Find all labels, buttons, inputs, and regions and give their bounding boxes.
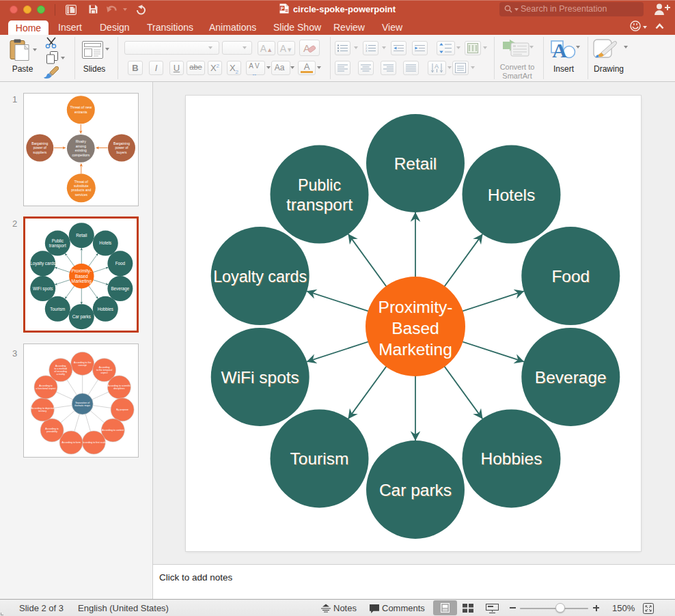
svg-text:disciplines: disciplines	[113, 387, 124, 390]
svg-text:territory: territory	[38, 410, 46, 412]
svg-text:Marketing: Marketing	[378, 340, 452, 359]
svg-text:Bargaining: Bargaining	[31, 141, 48, 145]
svg-text:Retail: Retail	[394, 154, 437, 173]
svg-text:transport: transport	[49, 243, 66, 249]
svg-text:Tourism: Tourism	[50, 307, 65, 311]
svg-text:aspect: aspect	[100, 372, 107, 374]
svg-text:Food: Food	[115, 261, 126, 266]
svg-text:power of: power of	[33, 145, 47, 150]
svg-text:Loyalty cards: Loyalty cards	[30, 261, 55, 266]
svg-text:a reality: a reality	[57, 373, 66, 376]
svg-text:Beverage: Beverage	[111, 286, 129, 292]
svg-text:Car parks: Car parks	[379, 481, 452, 499]
svg-text:Car parks: Car parks	[72, 314, 91, 320]
svg-text:among: among	[76, 144, 87, 148]
svg-text:power of: power of	[115, 145, 128, 150]
svg-text:competitors: competitors	[72, 153, 89, 157]
svg-text:suppliers: suppliers	[33, 150, 47, 154]
svg-text:According to content: According to content	[102, 429, 124, 432]
svg-text:Loyalty cards: Loyalty cards	[213, 267, 307, 285]
svg-text:WiFi spots: WiFi spots	[221, 368, 299, 387]
svg-text:According to first scale: According to first scale	[82, 441, 106, 444]
svg-text:By purpose: By purpose	[116, 408, 128, 411]
svg-text:existing: existing	[75, 148, 87, 152]
svg-text:buyers: buyers	[116, 150, 127, 154]
svg-text:Based: Based	[75, 274, 88, 279]
svg-text:entrants: entrants	[74, 110, 87, 114]
svg-text:a functional aspect: a functional aspect	[36, 387, 55, 390]
svg-text:Threat of: Threat of	[74, 180, 89, 184]
svg-text:Tourism: Tourism	[290, 449, 349, 468]
svg-text:Marketing: Marketing	[72, 279, 92, 284]
svg-text:Rivalry: Rivalry	[76, 139, 87, 143]
svg-text:Beverage: Beverage	[535, 368, 607, 387]
svg-text:P: P	[281, 6, 284, 11]
svg-text:Hobbies: Hobbies	[481, 449, 542, 468]
svg-text:Proximity-: Proximity-	[378, 298, 453, 316]
svg-text:transport: transport	[286, 195, 353, 214]
svg-text:3: 3	[366, 49, 368, 52]
svg-text:Hotels: Hotels	[488, 186, 535, 204]
svg-text:concept: concept	[79, 364, 87, 367]
svg-text:Food: Food	[551, 267, 590, 285]
svg-text:Public: Public	[298, 176, 341, 194]
svg-text:A: A	[552, 39, 567, 60]
svg-text:services: services	[75, 193, 88, 197]
svg-text:Hotels: Hotels	[99, 240, 111, 245]
svg-text:provability: provability	[46, 430, 57, 433]
svg-text:Retail: Retail	[76, 233, 87, 238]
svg-text:Based: Based	[391, 319, 439, 337]
svg-text:Bargaining: Bargaining	[113, 141, 130, 145]
svg-text:thematic maps: thematic maps	[74, 404, 90, 407]
svg-text:According to form: According to form	[61, 441, 81, 444]
svg-text:Hobbies: Hobbies	[98, 307, 113, 311]
svg-text:A: A	[435, 63, 439, 70]
svg-text:Threat of new: Threat of new	[70, 105, 92, 109]
svg-text:Public: Public	[52, 238, 64, 243]
svg-text:WiFi spots: WiFi spots	[33, 286, 53, 292]
svg-text:products and: products and	[71, 188, 91, 192]
svg-text:substitute: substitute	[74, 184, 89, 188]
